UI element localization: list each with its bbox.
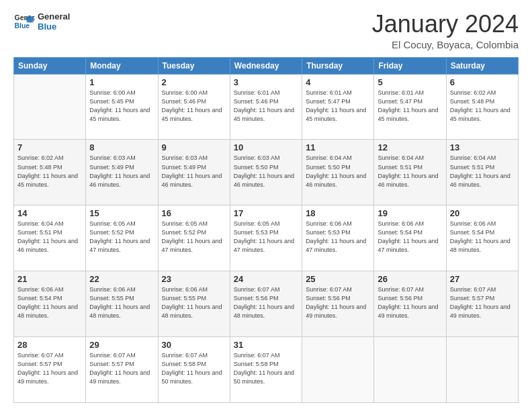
column-header-friday: Friday bbox=[374, 57, 446, 74]
day-cell: 10Sunrise: 6:03 AMSunset: 5:50 PMDayligh… bbox=[230, 140, 302, 205]
day-cell: 1Sunrise: 6:00 AMSunset: 5:45 PMDaylight… bbox=[86, 74, 158, 140]
day-number: 15 bbox=[89, 208, 154, 218]
day-number: 7 bbox=[17, 142, 82, 152]
day-cell: 30Sunrise: 6:07 AMSunset: 5:58 PMDayligh… bbox=[158, 337, 230, 403]
day-cell: 20Sunrise: 6:06 AMSunset: 5:54 PMDayligh… bbox=[446, 205, 518, 271]
day-info: Sunrise: 6:06 AMSunset: 5:53 PMDaylight:… bbox=[306, 220, 370, 255]
column-header-wednesday: Wednesday bbox=[230, 57, 302, 74]
week-row-4: 21Sunrise: 6:06 AMSunset: 5:54 PMDayligh… bbox=[14, 271, 519, 337]
day-info: Sunrise: 6:02 AMSunset: 5:48 PMDaylight:… bbox=[450, 89, 515, 124]
calendar-title: January 2024 bbox=[372, 11, 519, 38]
day-number: 13 bbox=[450, 142, 515, 152]
day-info: Sunrise: 6:03 AMSunset: 5:49 PMDaylight:… bbox=[89, 154, 154, 189]
day-number: 2 bbox=[162, 77, 226, 87]
day-cell: 8Sunrise: 6:03 AMSunset: 5:49 PMDaylight… bbox=[86, 140, 158, 205]
day-cell bbox=[374, 337, 446, 403]
day-info: Sunrise: 6:05 AMSunset: 5:52 PMDaylight:… bbox=[89, 220, 154, 255]
day-number: 30 bbox=[162, 340, 226, 350]
day-number: 23 bbox=[162, 274, 226, 284]
day-info: Sunrise: 6:02 AMSunset: 5:48 PMDaylight:… bbox=[17, 154, 82, 189]
day-info: Sunrise: 6:07 AMSunset: 5:56 PMDaylight:… bbox=[306, 285, 370, 320]
day-cell: 13Sunrise: 6:04 AMSunset: 5:51 PMDayligh… bbox=[446, 140, 518, 205]
day-cell: 31Sunrise: 6:07 AMSunset: 5:58 PMDayligh… bbox=[230, 337, 302, 403]
title-block: January 2024 El Cocuy, Boyaca, Colombia bbox=[372, 11, 519, 50]
day-info: Sunrise: 6:05 AMSunset: 5:52 PMDaylight:… bbox=[162, 220, 226, 255]
day-info: Sunrise: 6:04 AMSunset: 5:51 PMDaylight:… bbox=[450, 154, 515, 189]
day-info: Sunrise: 6:06 AMSunset: 5:54 PMDaylight:… bbox=[17, 285, 82, 320]
day-cell: 28Sunrise: 6:07 AMSunset: 5:57 PMDayligh… bbox=[14, 337, 86, 403]
day-info: Sunrise: 6:06 AMSunset: 5:54 PMDaylight:… bbox=[378, 220, 442, 255]
day-info: Sunrise: 6:01 AMSunset: 5:46 PMDaylight:… bbox=[234, 89, 298, 124]
day-info: Sunrise: 6:00 AMSunset: 5:46 PMDaylight:… bbox=[162, 89, 226, 124]
day-number: 24 bbox=[234, 274, 298, 284]
week-row-3: 14Sunrise: 6:04 AMSunset: 5:51 PMDayligh… bbox=[14, 205, 519, 271]
day-info: Sunrise: 6:04 AMSunset: 5:50 PMDaylight:… bbox=[306, 154, 370, 189]
logo-icon: General Blue bbox=[13, 11, 35, 32]
day-cell: 14Sunrise: 6:04 AMSunset: 5:51 PMDayligh… bbox=[14, 205, 86, 271]
day-number: 27 bbox=[450, 274, 515, 284]
day-cell: 19Sunrise: 6:06 AMSunset: 5:54 PMDayligh… bbox=[374, 205, 446, 271]
calendar-table: SundayMondayTuesdayWednesdayThursdayFrid… bbox=[13, 57, 519, 403]
column-header-thursday: Thursday bbox=[302, 57, 374, 74]
day-number: 3 bbox=[234, 77, 298, 87]
day-info: Sunrise: 6:07 AMSunset: 5:58 PMDaylight:… bbox=[234, 351, 298, 386]
column-header-tuesday: Tuesday bbox=[158, 57, 230, 74]
day-cell: 12Sunrise: 6:04 AMSunset: 5:51 PMDayligh… bbox=[374, 140, 446, 205]
week-row-1: 1Sunrise: 6:00 AMSunset: 5:45 PMDaylight… bbox=[14, 74, 519, 140]
day-number: 29 bbox=[89, 340, 154, 350]
day-info: Sunrise: 6:07 AMSunset: 5:58 PMDaylight:… bbox=[162, 351, 226, 386]
day-number: 28 bbox=[17, 340, 82, 350]
day-cell: 15Sunrise: 6:05 AMSunset: 5:52 PMDayligh… bbox=[86, 205, 158, 271]
day-number: 20 bbox=[450, 208, 515, 218]
day-info: Sunrise: 6:07 AMSunset: 5:57 PMDaylight:… bbox=[450, 285, 515, 320]
day-cell: 25Sunrise: 6:07 AMSunset: 5:56 PMDayligh… bbox=[302, 271, 374, 337]
day-number: 17 bbox=[234, 208, 298, 218]
day-cell bbox=[446, 337, 518, 403]
day-info: Sunrise: 6:05 AMSunset: 5:53 PMDaylight:… bbox=[234, 220, 298, 255]
day-info: Sunrise: 6:03 AMSunset: 5:49 PMDaylight:… bbox=[162, 154, 226, 189]
day-info: Sunrise: 6:07 AMSunset: 5:56 PMDaylight:… bbox=[234, 285, 298, 320]
day-info: Sunrise: 6:04 AMSunset: 5:51 PMDaylight:… bbox=[378, 154, 442, 189]
day-number: 11 bbox=[306, 142, 370, 152]
day-number: 12 bbox=[378, 142, 442, 152]
day-cell: 27Sunrise: 6:07 AMSunset: 5:57 PMDayligh… bbox=[446, 271, 518, 337]
day-cell: 16Sunrise: 6:05 AMSunset: 5:52 PMDayligh… bbox=[158, 205, 230, 271]
day-number: 22 bbox=[89, 274, 154, 284]
day-cell: 4Sunrise: 6:01 AMSunset: 5:47 PMDaylight… bbox=[302, 74, 374, 140]
day-number: 21 bbox=[17, 274, 82, 284]
day-cell: 21Sunrise: 6:06 AMSunset: 5:54 PMDayligh… bbox=[14, 271, 86, 337]
day-cell: 2Sunrise: 6:00 AMSunset: 5:46 PMDaylight… bbox=[158, 74, 230, 140]
week-row-5: 28Sunrise: 6:07 AMSunset: 5:57 PMDayligh… bbox=[14, 337, 519, 403]
calendar-header: SundayMondayTuesdayWednesdayThursdayFrid… bbox=[14, 57, 519, 74]
logo-line2: Blue bbox=[38, 21, 70, 32]
day-number: 6 bbox=[450, 77, 515, 87]
logo-line1: General bbox=[38, 11, 70, 21]
day-info: Sunrise: 6:01 AMSunset: 5:47 PMDaylight:… bbox=[306, 89, 370, 124]
day-number: 14 bbox=[17, 208, 82, 218]
day-info: Sunrise: 6:06 AMSunset: 5:55 PMDaylight:… bbox=[89, 285, 154, 320]
day-number: 1 bbox=[89, 77, 154, 87]
day-info: Sunrise: 6:06 AMSunset: 5:55 PMDaylight:… bbox=[162, 285, 226, 320]
day-number: 18 bbox=[306, 208, 370, 218]
day-number: 10 bbox=[234, 142, 298, 152]
header: General Blue General Blue January 2024 E… bbox=[13, 11, 519, 50]
day-cell: 24Sunrise: 6:07 AMSunset: 5:56 PMDayligh… bbox=[230, 271, 302, 337]
day-number: 4 bbox=[306, 77, 370, 87]
day-number: 5 bbox=[378, 77, 442, 87]
day-cell: 3Sunrise: 6:01 AMSunset: 5:46 PMDaylight… bbox=[230, 74, 302, 140]
day-cell: 9Sunrise: 6:03 AMSunset: 5:49 PMDaylight… bbox=[158, 140, 230, 205]
day-number: 26 bbox=[378, 274, 442, 284]
day-cell: 23Sunrise: 6:06 AMSunset: 5:55 PMDayligh… bbox=[158, 271, 230, 337]
calendar-subtitle: El Cocuy, Boyaca, Colombia bbox=[372, 39, 519, 50]
day-cell bbox=[302, 337, 374, 403]
day-info: Sunrise: 6:04 AMSunset: 5:51 PMDaylight:… bbox=[17, 220, 82, 255]
day-info: Sunrise: 6:03 AMSunset: 5:50 PMDaylight:… bbox=[234, 154, 298, 189]
day-cell: 11Sunrise: 6:04 AMSunset: 5:50 PMDayligh… bbox=[302, 140, 374, 205]
day-info: Sunrise: 6:06 AMSunset: 5:54 PMDaylight:… bbox=[450, 220, 515, 255]
calendar-page: General Blue General Blue January 2024 E… bbox=[0, 0, 532, 411]
column-header-sunday: Sunday bbox=[14, 57, 86, 74]
day-cell bbox=[14, 74, 86, 140]
day-cell: 22Sunrise: 6:06 AMSunset: 5:55 PMDayligh… bbox=[86, 271, 158, 337]
column-header-monday: Monday bbox=[86, 57, 158, 74]
day-number: 25 bbox=[306, 274, 370, 284]
